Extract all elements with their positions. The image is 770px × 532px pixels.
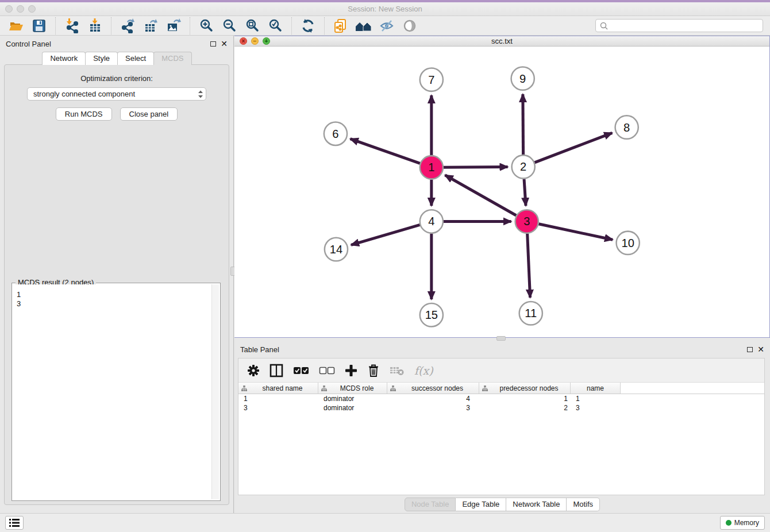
tab-network-table[interactable]: Network Table xyxy=(506,498,567,511)
cell-shared-name[interactable]: 1 xyxy=(238,394,318,403)
close-mcds-panel-button[interactable]: Close panel xyxy=(120,107,178,121)
import-table-button[interactable] xyxy=(86,17,103,34)
float-control-panel-icon[interactable] xyxy=(210,41,216,47)
float-table-panel-icon[interactable] xyxy=(747,347,753,352)
tab-select[interactable]: Select xyxy=(117,52,154,65)
table-split-divider[interactable] xyxy=(234,338,770,341)
column-header-MCDS-role[interactable]: MCDS role xyxy=(318,383,387,394)
table-body: 1dominator4113dominator323 xyxy=(238,394,764,413)
close-control-panel-icon[interactable]: ✕ xyxy=(221,41,228,47)
column-header-label: successor nodes xyxy=(396,384,479,392)
graph-node-label-2: 2 xyxy=(520,161,526,174)
column-header-label: shared name xyxy=(247,384,318,392)
cell-MCDS-role[interactable]: dominator xyxy=(318,403,387,413)
network-graph[interactable]: 7968124314101511 xyxy=(234,47,769,337)
table-panel: Table Panel ✕ f(x) xyxy=(234,341,770,513)
clone-network-button[interactable] xyxy=(332,17,349,34)
app-titlebar: Session: New Session xyxy=(0,2,770,16)
application-window: Session: New Session Cont xyxy=(0,0,770,532)
cell-name[interactable]: 1 xyxy=(571,394,621,403)
table-row-1[interactable]: 1dominator411 xyxy=(238,394,764,403)
zoom-fit-button[interactable] xyxy=(244,17,261,34)
go-home-button[interactable] xyxy=(355,17,372,34)
table-settings-button[interactable] xyxy=(245,362,261,379)
tab-node-table[interactable]: Node Table xyxy=(405,498,456,511)
zoom-in-button[interactable] xyxy=(198,17,215,34)
zoom-out-button[interactable] xyxy=(221,17,238,34)
graph-edge-3-1[interactable] xyxy=(445,175,516,215)
open-session-button[interactable] xyxy=(7,17,25,34)
select-spinner-icon xyxy=(198,90,203,99)
result-scrollbar[interactable] xyxy=(211,284,219,499)
clone-network-icon xyxy=(333,18,348,33)
cell-name[interactable]: 3 xyxy=(571,403,621,413)
optimization-criterion-label: Optimization criterion: xyxy=(8,74,225,83)
column-header-name[interactable]: name xyxy=(571,383,621,394)
column-header-predecessor-nodes[interactable]: predecessor nodes xyxy=(479,383,571,394)
unchecked-boxes-icon xyxy=(319,366,335,375)
cell-predecessor-nodes[interactable]: 2 xyxy=(479,403,571,413)
graph-edge-4-14[interactable] xyxy=(351,225,420,245)
zoom-selected-button[interactable] xyxy=(267,17,284,34)
tab-mcds[interactable]: MCDS xyxy=(153,52,191,65)
cell-successor-nodes[interactable]: 4 xyxy=(387,394,479,403)
export-image-button[interactable] xyxy=(165,17,182,34)
deselect-all-columns-button[interactable] xyxy=(317,362,337,379)
column-type-icon xyxy=(482,385,488,391)
cell-MCDS-role[interactable]: dominator xyxy=(318,394,387,403)
cell-predecessor-nodes[interactable]: 1 xyxy=(479,394,571,403)
memory-button[interactable]: Memory xyxy=(720,516,765,530)
tab-style[interactable]: Style xyxy=(85,52,118,65)
column-header-shared-name[interactable]: shared name xyxy=(238,383,318,394)
run-mcds-button[interactable]: Run MCDS xyxy=(56,107,112,121)
tab-motifs[interactable]: Motifs xyxy=(567,498,600,511)
graph-node-label-9: 9 xyxy=(519,72,526,85)
function-builder-button[interactable]: f(x) xyxy=(413,362,435,379)
memory-status-icon xyxy=(726,520,732,526)
delete-table-button[interactable] xyxy=(388,362,406,379)
hide-graphics-details-button[interactable] xyxy=(378,17,395,34)
export-table-icon xyxy=(143,18,158,33)
mcds-result-output[interactable]: 1 3 xyxy=(13,284,211,499)
add-column-button[interactable] xyxy=(343,362,359,379)
apply-layout-button[interactable] xyxy=(299,17,317,34)
cell-shared-name[interactable]: 3 xyxy=(238,403,318,413)
toolbar-separator xyxy=(291,17,292,34)
network-canvas[interactable]: 7968124314101511 xyxy=(234,47,769,337)
column-header-label: name xyxy=(571,384,620,392)
table-tabs: Node Table Edge Table Network Table Moti… xyxy=(234,495,770,513)
column-header-successor-nodes[interactable]: successor nodes xyxy=(387,383,479,394)
tab-edge-table[interactable]: Edge Table xyxy=(456,498,506,511)
delete-table-icon xyxy=(390,365,405,376)
cell-successor-nodes[interactable]: 3 xyxy=(387,403,479,413)
close-table-panel-icon[interactable]: ✕ xyxy=(757,346,764,352)
graph-node-label-4: 4 xyxy=(428,215,434,228)
select-all-columns-button[interactable] xyxy=(291,362,311,379)
graph-edge-1-2[interactable] xyxy=(444,167,508,168)
table-toolbar: f(x) xyxy=(238,358,764,383)
table-row-2[interactable]: 3dominator323 xyxy=(238,403,764,413)
optimization-criterion-select[interactable]: strongly connected component xyxy=(27,87,206,101)
graph-edge-3-11[interactable] xyxy=(528,234,530,298)
graph-edge-1-6[interactable] xyxy=(351,139,420,164)
search-input[interactable] xyxy=(609,20,763,32)
column-side-panel-button[interactable] xyxy=(268,362,285,379)
table-split-handle-icon[interactable] xyxy=(496,336,506,341)
show-graphics-details-button[interactable] xyxy=(401,17,418,34)
import-network-button[interactable] xyxy=(63,17,80,34)
graph-edge-2-3[interactable] xyxy=(524,179,526,206)
optimization-criterion-value: strongly connected component xyxy=(33,90,135,98)
network-window-titlebar[interactable]: × − + scc.txt xyxy=(234,36,769,47)
network-window: × − + scc.txt 7968124314101511 xyxy=(234,36,770,338)
graph-edge-3-10[interactable] xyxy=(538,224,613,240)
graph-edge-2-8[interactable] xyxy=(534,133,612,163)
graph-edge-2-9[interactable] xyxy=(523,94,523,155)
node-table-container: f(x) shared nameMCDS rolesuccessor nodes… xyxy=(238,358,765,495)
tab-network[interactable]: Network xyxy=(42,52,86,65)
search-box xyxy=(595,19,763,32)
panel-selector-button[interactable] xyxy=(5,516,24,530)
save-session-button[interactable] xyxy=(30,17,48,34)
export-table-button[interactable] xyxy=(142,17,159,34)
delete-column-button[interactable] xyxy=(365,362,382,379)
export-network-button[interactable] xyxy=(119,17,136,34)
